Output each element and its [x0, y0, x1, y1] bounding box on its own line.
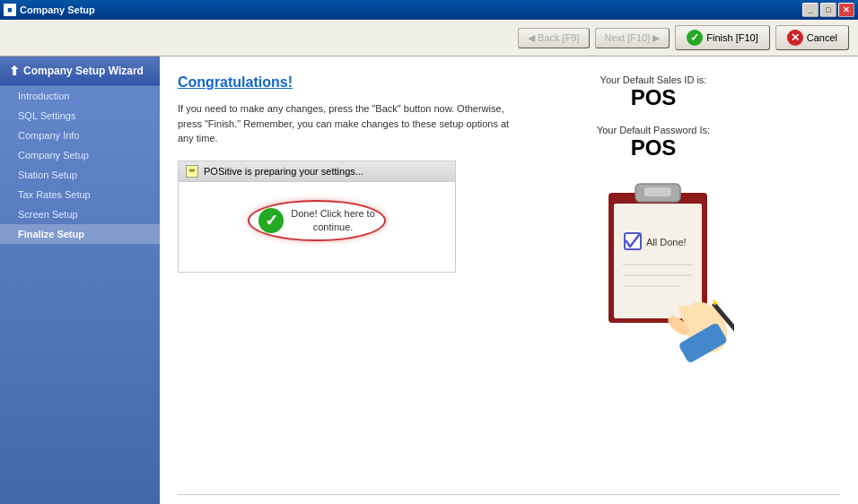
instructions-text: If you need to make any changes, press t… [178, 101, 519, 146]
window-close-button[interactable]: ✕ [838, 3, 854, 17]
toolbar: ◀ Back [F9] Next [F10] ▶ ✓ Finish [F10] … [0, 20, 858, 56]
progress-edit-icon: ✏ [186, 165, 198, 178]
sidebar-item-station-setup[interactable]: Station Setup [0, 165, 160, 185]
sidebar-item-sql-settings-label: SQL Settings [18, 110, 75, 121]
sidebar-item-finalize-setup-label: Finalize Setup [18, 229, 84, 239]
password-value: POS [597, 135, 710, 161]
back-label: Back [F9] [538, 32, 579, 43]
title-bar-buttons: _ □ ✕ [802, 3, 854, 17]
password-info: Your Default Password Is: POS [597, 125, 710, 161]
sidebar-header-icon: ⬆ [9, 64, 20, 78]
sales-id-value: POS [600, 85, 707, 110]
svg-rect-3 [644, 187, 671, 196]
sidebar-item-introduction-label: Introduction [18, 91, 69, 101]
sidebar-item-sql-settings[interactable]: SQL Settings [0, 106, 160, 126]
sales-id-label: Your Default Sales ID is: [600, 74, 707, 85]
sidebar-item-tax-rates-setup-label: Tax Rates Setup [18, 189, 91, 200]
sidebar-item-company-setup-label: Company Setup [18, 150, 89, 161]
progress-title-text: POSitive is preparing your settings... [204, 166, 363, 177]
svg-text:All Done!: All Done! [646, 237, 687, 248]
main-panel: Congratulations! If you need to make any… [160, 56, 858, 504]
finish-button[interactable]: ✓ Finish [F10] [675, 25, 769, 50]
next-label: Next [F10] [605, 32, 651, 43]
finish-label: Finish [F10] [706, 32, 757, 43]
right-section: Your Default Sales ID is: POS Your Defau… [546, 74, 761, 467]
content-area: ⬆ Company Setup Wizard Introduction SQL … [0, 56, 858, 504]
title-bar-left: ■ Company Setup [4, 4, 95, 16]
sidebar-item-introduction[interactable]: Introduction [0, 86, 160, 106]
back-button[interactable]: ◀ Back [F9] [518, 28, 589, 48]
sidebar: ⬆ Company Setup Wizard Introduction SQL … [0, 56, 160, 504]
sidebar-item-company-setup[interactable]: Company Setup [0, 145, 160, 165]
bottom-separator [178, 494, 840, 495]
done-text-line2: continue. [313, 222, 354, 232]
sidebar-item-screen-setup-label: Screen Setup [18, 209, 78, 220]
done-text: Done! Click here to continue. [291, 207, 375, 235]
finish-check-icon: ✓ [687, 30, 703, 46]
done-check-icon: ✓ [258, 208, 284, 233]
main-content: Congratulations! If you need to make any… [160, 56, 858, 485]
sidebar-item-company-info[interactable]: Company Info [0, 126, 160, 145]
back-arrow-icon: ◀ [528, 32, 535, 44]
progress-content: ✓ Done! Click here to continue. [179, 182, 455, 272]
sidebar-header: ⬆ Company Setup Wizard [0, 56, 160, 86]
svg-rect-1 [614, 204, 702, 318]
clipboard-illustration: All Done! [573, 175, 734, 363]
sidebar-item-station-setup-label: Station Setup [18, 169, 77, 180]
sidebar-item-company-info-label: Company Info [18, 130, 79, 141]
minimize-button[interactable]: _ [802, 3, 819, 17]
left-section: Congratulations! If you need to make any… [178, 74, 519, 467]
window-title: Company Setup [20, 4, 95, 15]
sidebar-item-tax-rates-setup[interactable]: Tax Rates Setup [0, 185, 160, 204]
cancel-x-icon: ✕ [787, 30, 803, 46]
title-bar: ■ Company Setup _ □ ✕ [0, 0, 858, 20]
progress-title-bar: ✏ POSitive is preparing your settings... [179, 161, 455, 182]
done-button[interactable]: ✓ Done! Click here to continue. [248, 200, 386, 242]
next-arrow-icon: ▶ [652, 32, 660, 44]
congratulations-title: Congratulations! [178, 74, 519, 91]
sales-id-info: Your Default Sales ID is: POS [600, 74, 707, 110]
done-text-line1: Done! Click here to [291, 208, 375, 219]
sidebar-item-screen-setup[interactable]: Screen Setup [0, 204, 160, 224]
sidebar-item-finalize-setup[interactable]: Finalize Setup [0, 224, 160, 244]
maximize-button[interactable]: □ [820, 3, 836, 17]
app-icon: ■ [4, 4, 16, 16]
main-layout: ◀ Back [F9] Next [F10] ▶ ✓ Finish [F10] … [0, 20, 858, 504]
cancel-label: Cancel [807, 32, 837, 43]
progress-box: ✏ POSitive is preparing your settings...… [178, 161, 456, 273]
password-label: Your Default Password Is: [597, 125, 710, 135]
sidebar-header-label: Company Setup Wizard [23, 65, 144, 77]
next-button[interactable]: Next [F10] ▶ [595, 28, 670, 48]
cancel-button[interactable]: ✕ Cancel [775, 25, 849, 50]
